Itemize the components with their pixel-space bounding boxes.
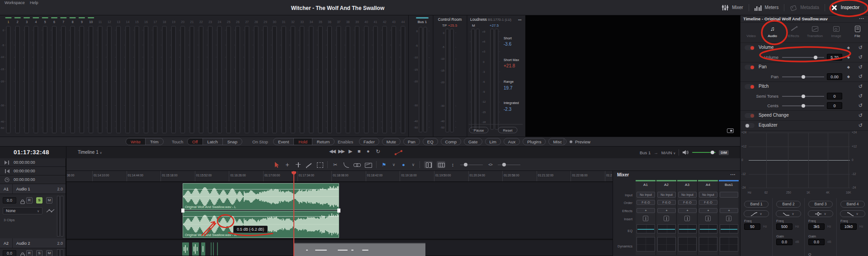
keyframe-icon[interactable]: ◆ (847, 65, 850, 69)
automation-touch-button[interactable]: Snap (223, 138, 242, 145)
channel-eq-cell[interactable] (720, 224, 738, 233)
cents-slider[interactable] (782, 104, 824, 108)
channel-insert-button[interactable] (726, 216, 731, 221)
channel-insert-button[interactable] (664, 216, 669, 221)
audio-clip-left[interactable]: Original Wolf And Swallow.wav - L (183, 183, 339, 210)
menu-workspace[interactable]: Workspace (5, 0, 25, 5)
reset-icon[interactable]: ↺ (859, 84, 863, 89)
range-selection-tool[interactable]: + (284, 161, 291, 168)
reset-icon[interactable]: ↺ (859, 94, 863, 98)
loop-button[interactable]: ↻ (376, 148, 380, 155)
horizontal-zoom-slider[interactable] (498, 162, 520, 167)
track-a1-header[interactable]: A1 Audio 1 2.0 (0, 184, 66, 194)
channel-order-selector[interactable]: F-E-D (699, 200, 717, 205)
eq-band-button[interactable]: Band 3 (808, 201, 833, 208)
clip-volume-line[interactable] (183, 189, 339, 190)
monitor-bus-label[interactable]: Bus 1 (640, 150, 651, 155)
keyframe-icon[interactable]: ◆ (847, 46, 850, 50)
channel-dynamics-cell[interactable] (657, 237, 676, 251)
channel-dynamics-cell[interactable] (699, 237, 717, 251)
enable-button[interactable]: Aux (504, 138, 520, 145)
channel-insert-button[interactable] (705, 216, 711, 221)
channel-dynamics-cell[interactable] (637, 237, 655, 251)
automation-onstop-button[interactable]: Event (274, 138, 294, 145)
reset-icon[interactable]: ↺ (859, 65, 863, 69)
eq-band-shape-dropdown[interactable]: ∨ (744, 210, 769, 217)
track-mute-button[interactable]: M (46, 197, 52, 204)
channel-dynamics-cell[interactable] (678, 237, 697, 251)
pan-toggle[interactable] (745, 65, 755, 70)
loudness-reset-button[interactable]: Reset (498, 127, 517, 133)
semitones-value-field[interactable]: 0 (827, 93, 842, 100)
playhead[interactable] (293, 171, 294, 256)
freq-value-field[interactable]: 3k5 (808, 223, 825, 230)
clip-handle-right[interactable] (337, 209, 340, 213)
mixer-channel-strip[interactable]: A4 No Input F-E-D + (698, 180, 718, 255)
channel-effects-add-button[interactable]: + (657, 208, 676, 213)
track-solo-button[interactable]: S (36, 197, 42, 204)
enable-button[interactable]: Plugins (523, 138, 546, 145)
enable-button[interactable]: Comp (441, 138, 461, 145)
channel-eq-cell[interactable] (699, 224, 717, 233)
eq-band-button[interactable]: Band 2 (776, 201, 801, 208)
channel-order-selector[interactable]: F-E-D (678, 200, 697, 205)
automation-mode-button[interactable]: Trim (146, 138, 163, 145)
automation-follow-icon[interactable] (394, 150, 403, 156)
keyframe-icon[interactable]: ◆ (847, 75, 850, 79)
clip-handle-left[interactable] (181, 209, 184, 213)
expand-viewer-icon[interactable] (727, 128, 734, 133)
channel-effects-add-button[interactable]: + (678, 208, 697, 213)
channel-dynamics-cell[interactable] (720, 237, 738, 251)
channel-input-selector[interactable]: No Input (699, 192, 717, 198)
panel-toggle-button[interactable]: Mixer (716, 0, 748, 15)
mark-out-timecode[interactable]: 00:00:00:00 (14, 169, 35, 173)
reset-icon[interactable]: ↺ (859, 74, 863, 79)
channel-effects-add-button[interactable]: + (720, 208, 738, 213)
chevron-down-icon[interactable]: ∨ (411, 162, 415, 167)
record-button[interactable]: ● (367, 148, 370, 154)
freq-value-field[interactable]: 50 (744, 223, 760, 230)
timeline-ruler[interactable]: 36:0001:14:10:0001:14:44:0001:15:18:0001… (66, 171, 613, 182)
mixer-channel-strip[interactable]: Bus1 + (719, 180, 739, 255)
pitch-toggle[interactable] (745, 84, 755, 89)
flag-marker-button[interactable]: ⚑ (381, 162, 387, 168)
fade-tool[interactable] (343, 161, 349, 168)
gain-value-field[interactable]: 0.0 (808, 239, 825, 245)
gain-value-field[interactable]: 0.0 (776, 239, 793, 245)
eq-band-shape-dropdown[interactable]: ∨ (808, 210, 833, 217)
eq-band-button[interactable]: Band 1 (744, 201, 769, 208)
mixer-channel-strip[interactable]: A3 No Input F-E-D + (677, 180, 698, 255)
automation-touch-button[interactable]: Latch (203, 138, 223, 145)
mini-clip[interactable] (213, 242, 214, 256)
inspector-tab[interactable]: Transition (804, 23, 826, 43)
inspector-tab[interactable]: Video (741, 23, 762, 43)
rewind-button[interactable]: ◀◀ (329, 148, 335, 154)
channel-input-selector[interactable] (720, 192, 738, 198)
channel-input-selector[interactable]: No Input (678, 192, 697, 198)
waveform-view-button[interactable] (437, 161, 445, 168)
channel-order-selector[interactable]: F-E-D (657, 200, 676, 205)
volume-value-field[interactable]: 5.70 (827, 54, 842, 61)
dim-button[interactable]: DIM (719, 150, 729, 155)
timeline-selector[interactable]: Timeline 1 ∨ (78, 150, 102, 155)
track-record-button[interactable]: R (26, 250, 33, 256)
menu-help[interactable]: Help (30, 0, 38, 5)
volume-toggle[interactable] (745, 45, 755, 50)
playhead-timecode[interactable]: 01:17:32:48 (14, 149, 49, 156)
panel-toggle-button[interactable]: Metadata (784, 0, 825, 15)
speed-change-toggle[interactable] (745, 113, 755, 118)
pan-slider[interactable] (782, 75, 824, 79)
pan-value-field[interactable]: 0.00 (827, 73, 842, 80)
volume-slider[interactable] (782, 55, 824, 60)
track-height-button[interactable] (424, 161, 433, 168)
channel-order-selector[interactable]: F-E-D (637, 200, 655, 205)
keyframe-icon[interactable]: ◆ (847, 55, 850, 59)
mixer-menu-icon[interactable]: ••• (731, 172, 736, 176)
channel-insert-button[interactable] (684, 216, 690, 221)
reset-icon[interactable]: ↺ (859, 113, 863, 118)
clip-volume-line[interactable] (183, 216, 339, 217)
eq-response-graph[interactable]: +24+24+12+1200-12-12-24-24Hz622501K4K16K (741, 131, 868, 195)
automation-onstop-button[interactable]: Return (312, 138, 335, 145)
eq-band-shape-dropdown[interactable]: ∨ (840, 210, 865, 217)
automation-curve-icon[interactable] (46, 208, 55, 213)
